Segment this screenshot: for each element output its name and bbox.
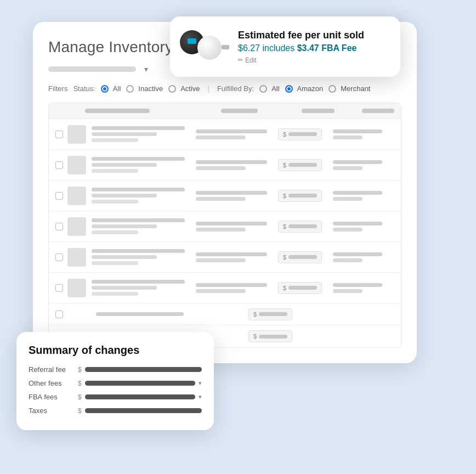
price-cell[interactable]: $ bbox=[278, 221, 322, 233]
dollar-sign: $ bbox=[283, 162, 286, 168]
fulfilled-merchant-label: Merchant bbox=[341, 84, 370, 93]
action-bar-1 bbox=[333, 283, 382, 287]
chevron-down-icon[interactable]: ▾ bbox=[199, 380, 202, 387]
summary-row-referral: Referral fee $ bbox=[29, 365, 202, 374]
row-actions bbox=[333, 191, 382, 201]
fba-dollar: $ bbox=[78, 393, 82, 401]
price-cell[interactable]: $ bbox=[278, 282, 322, 294]
price-cell[interactable]: $ bbox=[278, 251, 322, 263]
price-cell[interactable]: $ bbox=[278, 128, 322, 140]
status-all-option[interactable]: All bbox=[101, 84, 121, 93]
chevron-down-icon[interactable]: ▾ bbox=[140, 64, 151, 75]
price-bar bbox=[259, 335, 287, 338]
fulfilled-merchant-radio[interactable] bbox=[328, 85, 336, 93]
status-inactive-label: Inactive bbox=[138, 84, 163, 93]
taxes-bar-wrap bbox=[85, 408, 202, 413]
col-header-action bbox=[362, 109, 394, 113]
product-plug-white bbox=[222, 45, 229, 49]
status-bar2 bbox=[196, 289, 246, 293]
taxes-bar bbox=[85, 408, 202, 413]
partial-bar-1 bbox=[96, 312, 184, 316]
dollar-sign: $ bbox=[283, 285, 286, 291]
fba-fee-amount: $3.47 FBA Fee bbox=[297, 43, 357, 53]
row-actions bbox=[333, 129, 382, 139]
status-inactive-radio[interactable] bbox=[126, 85, 134, 93]
action-bar-1 bbox=[333, 222, 382, 225]
status-inactive-option[interactable]: Inactive bbox=[126, 84, 163, 93]
product-asin-bar bbox=[92, 169, 138, 173]
product-info bbox=[92, 126, 185, 142]
fulfilled-all-radio[interactable] bbox=[259, 85, 267, 93]
price-cell[interactable]: $ bbox=[248, 308, 292, 320]
price-cell[interactable]: $ bbox=[278, 190, 322, 202]
fulfilled-amazon-radio[interactable] bbox=[285, 85, 293, 93]
status-bar bbox=[196, 191, 267, 195]
product-sku-bar bbox=[92, 194, 157, 198]
filter-separator: | bbox=[208, 84, 209, 93]
status-bar2 bbox=[196, 258, 246, 262]
action-bar-2 bbox=[333, 228, 362, 232]
row-checkbox[interactable] bbox=[55, 161, 63, 169]
product-status bbox=[196, 191, 267, 201]
table-row: $ bbox=[49, 119, 401, 150]
price-bar bbox=[288, 286, 317, 290]
row-checkbox[interactable] bbox=[55, 131, 63, 138]
status-active-radio[interactable] bbox=[168, 85, 176, 93]
price-cell[interactable]: $ bbox=[278, 159, 322, 171]
status-all-radio[interactable] bbox=[101, 85, 109, 93]
summary-row-other[interactable]: Other fees $ ▾ bbox=[29, 379, 202, 387]
dropdown-bar bbox=[48, 66, 136, 72]
taxes-dollar: $ bbox=[78, 407, 82, 415]
taxes-label: Taxes bbox=[29, 407, 78, 415]
product-asin-bar bbox=[92, 292, 138, 296]
product-name-bar bbox=[92, 249, 185, 253]
other-fees-label: Other fees bbox=[29, 379, 78, 387]
row-checkbox[interactable] bbox=[55, 284, 63, 292]
row-checkbox[interactable] bbox=[55, 223, 63, 230]
summary-title: Summary of changes bbox=[29, 344, 202, 357]
col-header-status bbox=[221, 109, 258, 113]
fba-fees-bar-wrap: ▾ bbox=[85, 393, 202, 400]
referral-fee-bar bbox=[85, 367, 202, 372]
product-status bbox=[196, 283, 267, 293]
inventory-table: $ $ bbox=[48, 103, 401, 348]
product-thumbnail bbox=[67, 279, 86, 297]
product-thumbnail bbox=[67, 248, 86, 267]
fee-price-main: $6.27 includes bbox=[238, 43, 297, 53]
product-asin-bar bbox=[92, 261, 138, 265]
fee-edit-button[interactable]: ✏ Edit bbox=[238, 57, 387, 64]
product-sku-bar bbox=[92, 224, 157, 228]
referral-fee-bar-wrap bbox=[85, 367, 202, 372]
filter-bar: Filters Status: All Inactive Active | Fu… bbox=[48, 84, 401, 93]
summary-row-fba[interactable]: FBA fees $ ▾ bbox=[29, 393, 202, 401]
row-checkbox[interactable] bbox=[55, 311, 63, 318]
action-bar-1 bbox=[333, 191, 382, 195]
chevron-down-icon[interactable]: ▾ bbox=[199, 393, 202, 400]
status-bar bbox=[196, 283, 267, 287]
summary-row-taxes: Taxes $ bbox=[29, 407, 202, 415]
price-bar bbox=[288, 224, 317, 228]
status-bar bbox=[196, 129, 267, 133]
other-fees-bar-wrap: ▾ bbox=[85, 380, 202, 387]
row-actions bbox=[333, 252, 382, 262]
row-checkbox[interactable] bbox=[55, 253, 63, 261]
fulfilled-amazon-option[interactable]: Amazon bbox=[285, 84, 324, 93]
fee-price: $6.27 includes $3.47 FBA Fee bbox=[238, 43, 387, 53]
row-actions bbox=[333, 283, 382, 293]
table-row: $ bbox=[49, 303, 401, 325]
action-bar-2 bbox=[333, 258, 362, 262]
action-bar-2 bbox=[333, 136, 362, 139]
other-dollar: $ bbox=[78, 380, 82, 387]
fee-title: Estimated fee per unit sold bbox=[238, 30, 387, 41]
price-bar bbox=[288, 132, 317, 136]
summary-card: Summary of changes Referral fee $ Other … bbox=[16, 332, 214, 430]
status-bar bbox=[196, 222, 267, 225]
dollar-sign: $ bbox=[253, 333, 257, 340]
row-checkbox[interactable] bbox=[55, 192, 63, 200]
price-cell[interactable]: $ bbox=[248, 330, 292, 342]
fulfilled-merchant-option[interactable]: Merchant bbox=[328, 84, 370, 93]
status-all-label: All bbox=[113, 84, 121, 93]
status-active-option[interactable]: Active bbox=[168, 84, 200, 93]
fulfilled-all-option[interactable]: All bbox=[259, 84, 279, 93]
product-sku-bar bbox=[92, 286, 157, 290]
